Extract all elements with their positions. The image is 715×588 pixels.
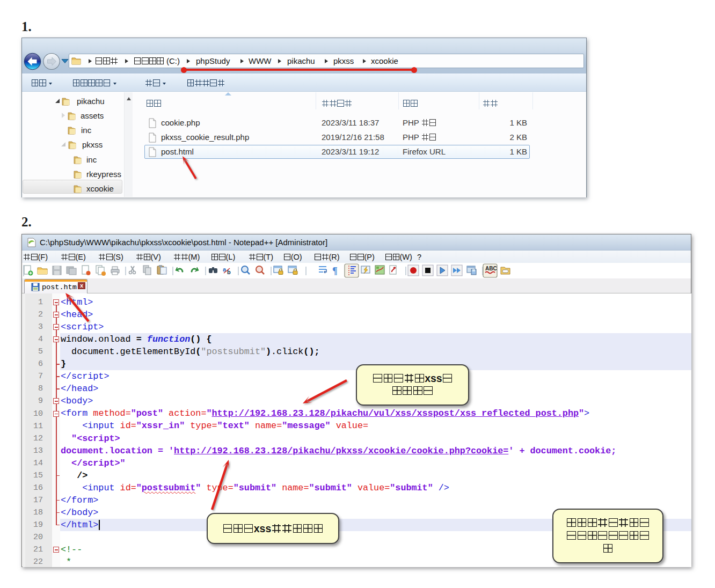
svg-text:ABC: ABC — [485, 266, 497, 271]
svg-text:¶: ¶ — [332, 266, 338, 276]
